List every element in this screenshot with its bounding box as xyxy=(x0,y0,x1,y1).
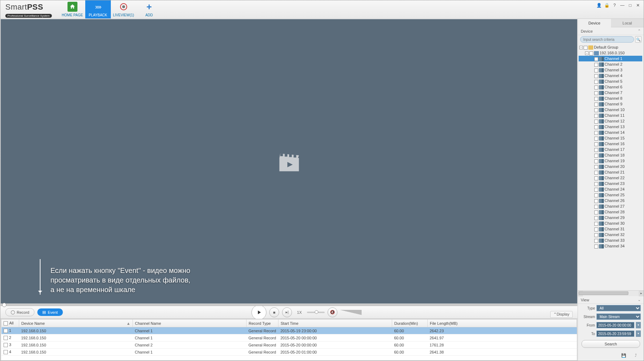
tree-channel[interactable]: Channel 33 xyxy=(579,237,642,243)
device-tree[interactable]: −Default Group −192.168.0.150 Channel 1C… xyxy=(578,44,644,290)
to-input[interactable]: 2015-05-20 23:59:59 xyxy=(596,330,634,337)
checkbox[interactable] xyxy=(594,86,598,89)
tree-channel[interactable]: Channel 15 xyxy=(579,135,642,141)
col-length[interactable]: File Length(MB) xyxy=(428,319,577,327)
tree-channel[interactable]: Channel 25 xyxy=(579,192,642,198)
table-row[interactable]: 1192.168.0.150Channel 1General Record201… xyxy=(1,327,577,334)
tree-channel[interactable]: Channel 21 xyxy=(579,169,642,175)
stream-select[interactable]: Main Stream xyxy=(596,313,641,320)
user-icon[interactable]: 👤 xyxy=(596,2,602,8)
col-device[interactable]: Device Name▲ xyxy=(19,319,133,327)
display-toggle[interactable]: ⌃Display xyxy=(550,311,573,318)
checkbox[interactable] xyxy=(594,69,598,72)
tab-device[interactable]: Device xyxy=(578,19,611,27)
tree-channel[interactable]: Channel 26 xyxy=(579,198,642,203)
tree-channel[interactable]: Channel 23 xyxy=(579,181,642,186)
tree-channel[interactable]: Channel 14 xyxy=(579,130,642,135)
tree-channel[interactable]: Channel 2 xyxy=(579,61,642,67)
checkbox[interactable] xyxy=(594,245,598,248)
close-icon[interactable]: ✕ xyxy=(635,2,641,8)
scroll-thumb[interactable] xyxy=(579,291,628,295)
checkbox[interactable] xyxy=(594,63,598,67)
tree-channel[interactable]: Channel 10 xyxy=(579,107,642,113)
row-checkbox[interactable] xyxy=(4,336,8,340)
checkbox[interactable] xyxy=(594,74,598,78)
search-input[interactable] xyxy=(580,36,634,43)
checkbox[interactable] xyxy=(594,114,598,118)
row-checkbox[interactable] xyxy=(4,343,8,347)
speed-slider[interactable] xyxy=(307,312,325,313)
tree-channel[interactable]: Channel 17 xyxy=(579,147,642,152)
checkbox[interactable] xyxy=(594,125,598,129)
tree-hscroll[interactable]: ◂ ▸ xyxy=(578,290,644,296)
tree-channel[interactable]: Channel 29 xyxy=(579,215,642,220)
checkbox[interactable] xyxy=(594,148,598,152)
search-button-main[interactable]: Search xyxy=(581,340,640,348)
checkbox[interactable] xyxy=(594,97,598,101)
table-row[interactable]: 2192.168.0.150Channel 1General Record201… xyxy=(1,334,577,341)
checkbox[interactable] xyxy=(594,103,598,106)
type-select[interactable]: All xyxy=(596,305,641,311)
checkbox[interactable] xyxy=(594,182,598,186)
from-dropdown-icon[interactable]: ▾ xyxy=(636,322,641,328)
tree-channel[interactable]: Channel 30 xyxy=(579,220,642,226)
checkbox[interactable] xyxy=(594,239,598,243)
col-channel[interactable]: Channel Name xyxy=(133,319,247,327)
mode-event[interactable]: ▤ Event xyxy=(37,308,63,316)
checkbox[interactable] xyxy=(594,137,598,141)
tree-channel[interactable]: Channel 4 xyxy=(579,73,642,78)
table-row[interactable]: 3192.168.0.150Channel 2General Record201… xyxy=(1,341,577,349)
tree-channel[interactable]: Channel 9 xyxy=(579,101,642,107)
timeline-knob[interactable] xyxy=(2,303,6,307)
col-type[interactable]: Record Type xyxy=(247,319,278,327)
tree-channel[interactable]: Channel 28 xyxy=(579,209,642,215)
tree-channel[interactable]: Channel 19 xyxy=(579,158,642,164)
checkbox[interactable] xyxy=(594,91,598,95)
tree-channel[interactable]: Channel 11 xyxy=(579,113,642,118)
checkbox[interactable] xyxy=(594,131,598,135)
help-icon[interactable]: ? xyxy=(612,2,617,8)
checkbox[interactable] xyxy=(594,159,598,163)
scroll-right-icon[interactable]: ▸ xyxy=(639,291,644,296)
tree-channel[interactable]: Channel 3 xyxy=(579,67,642,73)
checkbox[interactable] xyxy=(594,193,598,197)
nav-liveview[interactable]: LIVEVIEW(1) xyxy=(111,0,136,18)
checkbox[interactable] xyxy=(594,80,598,84)
search-button[interactable]: 🔍 xyxy=(635,36,642,43)
export-icon[interactable]: ⤴ xyxy=(632,352,639,359)
checkbox[interactable] xyxy=(594,228,598,231)
tree-channel[interactable]: Channel 8 xyxy=(579,95,642,101)
mode-record[interactable]: ◯ Record xyxy=(5,308,34,316)
chevron-down-icon[interactable]: ⌄ xyxy=(638,297,641,302)
checkbox[interactable] xyxy=(594,120,598,124)
mute-button[interactable]: 🔇 xyxy=(328,307,337,317)
checkbox[interactable] xyxy=(594,216,598,220)
checkbox[interactable] xyxy=(594,171,598,175)
checkbox[interactable] xyxy=(594,142,598,146)
tree-channel[interactable]: Channel 5 xyxy=(579,78,642,84)
tree-channel[interactable]: Channel 18 xyxy=(579,152,642,158)
checkbox[interactable] xyxy=(594,57,598,61)
tree-group[interactable]: −Default Group xyxy=(579,44,642,50)
tree-channel[interactable]: Channel 32 xyxy=(579,232,642,237)
checkbox[interactable] xyxy=(594,205,598,209)
from-input[interactable]: 2015-05-20 00:00:00 xyxy=(596,322,634,328)
tree-channel[interactable]: Channel 27 xyxy=(579,203,642,209)
lock-icon[interactable]: 🔒 xyxy=(604,2,610,8)
table-row[interactable]: 4192.168.0.150Channel 1General Record201… xyxy=(1,349,577,356)
tree-channel[interactable]: Channel 6 xyxy=(579,84,642,90)
tree-channel[interactable]: Channel 20 xyxy=(579,164,642,169)
step-button[interactable]: ▸| xyxy=(282,307,292,317)
checkbox[interactable] xyxy=(594,210,598,214)
tree-channel[interactable]: Channel 22 xyxy=(579,175,642,181)
tree-channel[interactable]: Channel 34 xyxy=(579,243,642,249)
nav-add[interactable]: + ADD xyxy=(136,0,162,18)
minimize-icon[interactable]: — xyxy=(619,2,625,8)
checkbox[interactable] xyxy=(594,165,598,169)
col-all[interactable]: All xyxy=(1,319,19,327)
checkbox[interactable] xyxy=(594,233,598,237)
nav-playback[interactable]: ›››› PLAYBACK xyxy=(85,0,111,18)
tab-local[interactable]: Local xyxy=(611,19,644,27)
checkbox[interactable] xyxy=(594,188,598,192)
to-dropdown-icon[interactable]: ▾ xyxy=(636,330,641,337)
